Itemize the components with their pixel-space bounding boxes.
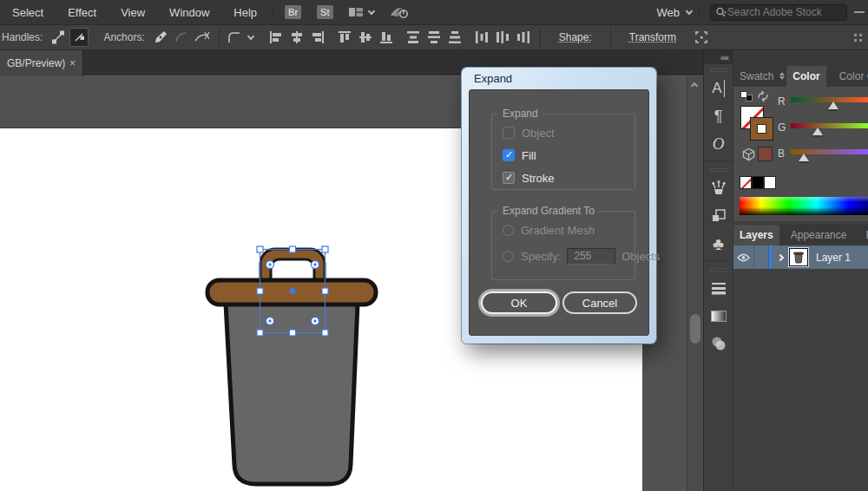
ok-button[interactable]: OK	[481, 291, 557, 314]
brushes-panel-button[interactable]	[706, 175, 732, 201]
black-swatch[interactable]	[752, 176, 764, 189]
red-slider-handle[interactable]	[828, 101, 838, 109]
stroke-checkbox[interactable]	[503, 172, 515, 184]
convert-anchor-button[interactable]	[151, 28, 170, 47]
brush-definition-button[interactable]: Br	[285, 5, 301, 19]
tab-swatches[interactable]: Swatch	[733, 66, 779, 87]
handles-label: Handles:	[2, 31, 43, 43]
color-spectrum-bar[interactable]	[740, 197, 868, 215]
shape-link[interactable]: Shape:	[559, 31, 592, 43]
specify-input[interactable]: 255	[567, 248, 615, 265]
layer-name[interactable]: Layer 1	[816, 252, 851, 264]
tab-layers[interactable]: Layers	[733, 225, 779, 245]
tab-properties[interactable]: Propert	[859, 225, 868, 245]
clover-icon: ♣	[713, 234, 724, 254]
document-tab[interactable]: GB/Preview) ×	[0, 50, 83, 76]
adobe-stock-search[interactable]	[710, 4, 847, 21]
gpu-performance-button[interactable]	[390, 4, 409, 20]
free-transform-button[interactable]	[692, 28, 711, 47]
hide-handles-button[interactable]	[69, 28, 89, 47]
layer-row[interactable]: Layer 1	[733, 245, 868, 269]
eye-icon	[737, 253, 750, 262]
fill-checkbox[interactable]	[503, 149, 515, 161]
blue-slider[interactable]	[791, 149, 868, 154]
red-slider[interactable]	[791, 97, 868, 102]
expand-layer-icon[interactable]	[777, 253, 784, 260]
stroke-panel-button[interactable]	[706, 275, 732, 301]
white-swatch[interactable]	[764, 176, 776, 189]
distribute-right-button[interactable]	[514, 28, 533, 47]
gradient-panel-button[interactable]	[706, 303, 732, 329]
close-icon[interactable]: ×	[69, 59, 76, 68]
arc-icon	[174, 29, 189, 45]
opentype-panel-button[interactable]: O	[706, 131, 732, 157]
align-bottom-button[interactable]	[377, 28, 396, 47]
pathfinder-panel-button[interactable]	[706, 203, 732, 229]
paragraph-panel-button[interactable]: ¶	[706, 103, 732, 129]
object-checkbox[interactable]	[503, 127, 515, 139]
green-slider-handle[interactable]	[812, 128, 823, 135]
green-slider[interactable]	[791, 123, 868, 128]
blue-slider-handle[interactable]	[799, 154, 809, 161]
cancel-button[interactable]: Cancel	[562, 291, 637, 314]
handles-multi-icon	[51, 30, 65, 44]
align-bottom-icon	[378, 29, 394, 45]
distribute-left-button[interactable]	[472, 28, 491, 47]
align-top-icon	[337, 29, 352, 45]
arrange-documents-button[interactable]	[348, 5, 378, 19]
scrollbar-thumb[interactable]	[690, 314, 700, 344]
dialog-title: Expand	[474, 72, 512, 85]
menu-bar: Select Effect View Window Help Br St Web	[0, 0, 868, 24]
menu-effect[interactable]: Effect	[56, 6, 108, 19]
drag-grip-icon	[710, 168, 727, 172]
distribute-center-h-button[interactable]	[493, 28, 512, 47]
minimize-icon[interactable]	[854, 11, 865, 13]
corner-options-button[interactable]	[226, 29, 257, 45]
visibility-toggle[interactable]	[733, 245, 754, 269]
document-tab-title: GB/Preview)	[7, 57, 65, 69]
layer-thumbnail[interactable]	[789, 248, 808, 266]
tab-color[interactable]: Color	[786, 66, 825, 87]
specify-radio[interactable]	[503, 251, 514, 262]
show-handles-button[interactable]	[49, 28, 68, 47]
menu-window[interactable]: Window	[157, 6, 221, 19]
menu-help[interactable]: Help	[221, 6, 269, 19]
double-arrow-left-icon: ««	[720, 53, 728, 62]
anchor-curve-button[interactable]	[172, 28, 191, 47]
transparency-panel-button[interactable]	[706, 331, 732, 357]
stroke-lines-icon	[710, 281, 727, 295]
collapsed-panel-column: «« A ¶ O	[704, 50, 733, 491]
cut-path-button[interactable]	[193, 28, 212, 47]
menu-view[interactable]: View	[108, 6, 157, 19]
vertical-scrollbar[interactable]	[687, 76, 702, 491]
distribute-top-button[interactable]	[404, 28, 423, 47]
selection-center-point[interactable]	[289, 288, 295, 294]
align-center-v-button[interactable]	[356, 28, 375, 47]
none-swatch[interactable]	[740, 176, 752, 189]
align-top-button[interactable]	[335, 28, 354, 47]
expand-panels-button[interactable]: ««	[704, 50, 733, 64]
align-left-icon	[268, 29, 284, 45]
symbols-panel-button[interactable]: ♣	[706, 231, 732, 257]
character-panel-button[interactable]: A	[706, 75, 732, 101]
scroll-up-icon[interactable]	[691, 82, 698, 89]
stroke-label: Stroke	[522, 172, 555, 185]
search-input[interactable]	[727, 6, 830, 18]
specify-option: Specify: 255 Objects	[503, 249, 660, 263]
toolbar-overflow-icon[interactable]	[854, 34, 863, 43]
align-right-button[interactable]	[308, 28, 327, 47]
align-center-h-button[interactable]	[287, 28, 306, 47]
transform-link[interactable]: Transform	[629, 31, 676, 43]
gradient-mesh-radio[interactable]	[503, 225, 514, 236]
menu-select[interactable]: Select	[0, 6, 56, 19]
tab-color-guide[interactable]: Color G	[833, 66, 868, 87]
workspace-switcher[interactable]: Web	[657, 6, 681, 19]
lock-toggle[interactable]	[754, 245, 769, 269]
distribute-bottom-button[interactable]	[445, 28, 464, 47]
style-definition-button[interactable]: St	[317, 5, 332, 19]
tab-appearance[interactable]: Appearance	[785, 225, 853, 245]
expand-gradient-group-label: Expand Gradient To	[498, 205, 599, 217]
align-left-button[interactable]	[266, 28, 286, 47]
tab-cycle-icon[interactable]	[779, 72, 786, 87]
distribute-center-v-button[interactable]	[424, 28, 444, 47]
